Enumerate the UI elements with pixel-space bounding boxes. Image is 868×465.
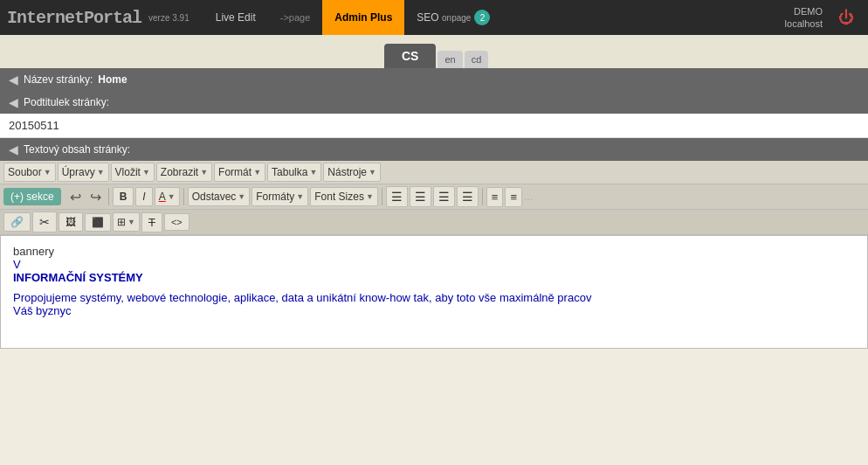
table-icon: ⊞ (117, 216, 126, 228)
upravy-menu[interactable]: Úpravy ▼ (58, 163, 109, 182)
editor-line4: Propojujeme systémy, webové technologie,… (13, 291, 855, 304)
link-icon: 🔗 (10, 216, 24, 228)
separator-3 (382, 188, 382, 205)
link-button[interactable]: 🔗 (3, 212, 31, 232)
editor-wrapper: Soubor ▼ Úpravy ▼ Vložit ▼ Zobrazit ▼ Fo… (0, 161, 868, 349)
image-icon: 🖼 (65, 216, 76, 228)
tabulka-arrow: ▼ (309, 168, 317, 177)
live-edit-button[interactable]: Live Edit (203, 0, 268, 35)
toolbar-row1: Soubor ▼ Úpravy ▼ Vložit ▼ Zobrazit ▼ Fo… (0, 161, 868, 184)
power-button[interactable]: ⏻ (831, 5, 861, 31)
font-sizes-select[interactable]: Font Sizes ▼ (310, 187, 378, 206)
format-menu[interactable]: Formát ▼ (214, 163, 265, 182)
unlink-button[interactable]: ✂ (32, 212, 57, 232)
subtitle-section-header: ◀ Podtitulek stránky: (0, 91, 868, 114)
lang-tab-cd[interactable]: cd (465, 51, 489, 68)
redo-button[interactable]: ↪ (86, 187, 105, 207)
collapse-icon-3[interactable]: ◀ (9, 142, 18, 156)
upravy-arrow: ▼ (97, 168, 105, 177)
lang-tab-en[interactable]: en (437, 51, 462, 68)
unlink-icon: ✂ (39, 215, 50, 229)
subtitle-field-row: 20150511 (0, 114, 868, 138)
align-right-button[interactable]: ☰ (433, 186, 455, 207)
table-arrow: ▼ (127, 218, 135, 226)
seo-count-badge: 2 (474, 10, 490, 25)
formats-arrow: ▼ (296, 192, 304, 201)
zobrazit-arrow: ▼ (200, 168, 208, 177)
vlozit-menu[interactable]: Vložit ▼ (111, 163, 155, 182)
editor-line5: Váš byznyc (13, 304, 71, 317)
paragraph-arrow: ▼ (238, 192, 245, 201)
editor-line1: bannery (13, 245, 855, 258)
align-center-button[interactable]: ☰ (410, 186, 431, 207)
toolbar-row2: (+) sekce ↩ ↪ B I A ▼ Odstavec ▼ Formáty… (0, 184, 868, 210)
formats-select[interactable]: Formáty ▼ (251, 187, 308, 206)
tabulka-menu[interactable]: Tabulka ▼ (267, 163, 321, 182)
align-justify-button[interactable]: ☰ (457, 186, 479, 207)
demo-info: DEMO localhost (785, 5, 823, 31)
add-section-button[interactable]: (+) sekce (3, 188, 61, 205)
admin-plus-button[interactable]: Admin Plus (322, 0, 404, 35)
list-ol-button[interactable]: ≡ (505, 187, 522, 207)
editor-content[interactable]: bannery V INFORMAČNÍ SYSTÉMY Propojujeme… (0, 235, 868, 349)
italic-button[interactable]: I (135, 187, 152, 206)
lang-tab-cs[interactable]: CS (384, 44, 436, 68)
editor-line3[interactable]: INFORMAČNÍ SYSTÉMY (13, 271, 143, 284)
toolbar-overflow: ... (524, 191, 533, 203)
clear-format-button[interactable]: T (141, 212, 162, 232)
bold-button[interactable]: B (113, 187, 134, 206)
version-badge: verze 3.91 (148, 13, 189, 23)
collapse-icon-2[interactable]: ◀ (9, 95, 18, 109)
arrow-page-button[interactable]: ->page (268, 0, 323, 35)
zobrazit-menu[interactable]: Zobrazit ▼ (156, 163, 212, 182)
separator-4 (482, 188, 483, 205)
collapse-icon[interactable]: ◀ (9, 73, 18, 87)
separator-2 (183, 188, 184, 205)
lang-bar: CS en cd (0, 35, 868, 68)
font-sizes-arrow: ▼ (366, 192, 374, 201)
paragraph-select[interactable]: Odstavec ▼ (188, 187, 251, 206)
vlozit-arrow: ▼ (142, 168, 150, 177)
content-section-header: ◀ Textový obsah stránky: (0, 138, 868, 161)
editor-line2[interactable]: V (13, 258, 21, 271)
soubor-menu[interactable]: Soubor ▼ (3, 163, 56, 182)
toolbar-row3: 🔗 ✂ 🖼 ⬛ ⊞ ▼ T <> (0, 210, 868, 235)
separator-1 (108, 188, 109, 205)
source-button[interactable]: <> (164, 213, 189, 231)
undo-button[interactable]: ↩ (66, 187, 85, 207)
nastroje-arrow: ▼ (369, 168, 376, 177)
media-button[interactable]: ⬛ (85, 213, 111, 232)
seo-button[interactable]: SEO onpage 2 (404, 0, 502, 35)
format-arrow: ▼ (253, 168, 261, 177)
image-button[interactable]: 🖼 (59, 212, 83, 232)
page-name-section-header: ◀ Název stránky: Home (0, 68, 868, 91)
top-bar: InternetPortal verze 3.91 Live Edit ->pa… (0, 0, 868, 35)
logo: InternetPortal (7, 8, 141, 28)
clear-format-icon: T (148, 216, 155, 229)
soubor-arrow: ▼ (44, 168, 52, 177)
color-picker[interactable]: A ▼ (155, 187, 180, 206)
color-arrow: ▼ (168, 192, 176, 201)
nastroje-menu[interactable]: Nástroje ▼ (323, 163, 381, 182)
table-insert[interactable]: ⊞ ▼ (113, 212, 140, 232)
source-icon: <> (171, 217, 183, 227)
page-name-value: Home (98, 73, 127, 86)
media-icon: ⬛ (92, 217, 104, 228)
list-ul-button[interactable]: ≡ (486, 187, 504, 207)
align-left-button[interactable]: ☰ (386, 186, 408, 207)
subtitle-value: 20150511 (9, 119, 59, 132)
